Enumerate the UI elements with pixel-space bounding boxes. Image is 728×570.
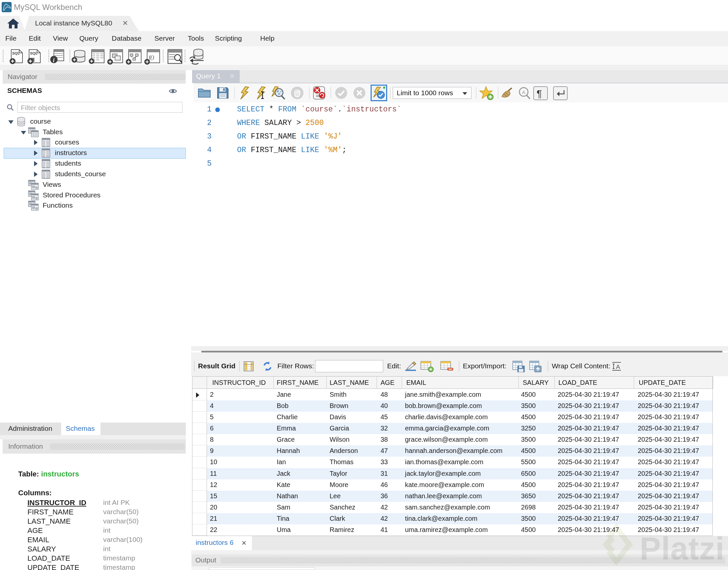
- svg-text:f(): f(): [149, 54, 154, 60]
- svg-text:A: A: [522, 89, 525, 95]
- svg-text:A: A: [616, 363, 620, 370]
- svg-text:¶: ¶: [536, 88, 542, 99]
- svg-text:i: i: [53, 57, 55, 63]
- svg-text:SQL: SQL: [12, 51, 20, 55]
- svg-text:SQL: SQL: [30, 51, 38, 55]
